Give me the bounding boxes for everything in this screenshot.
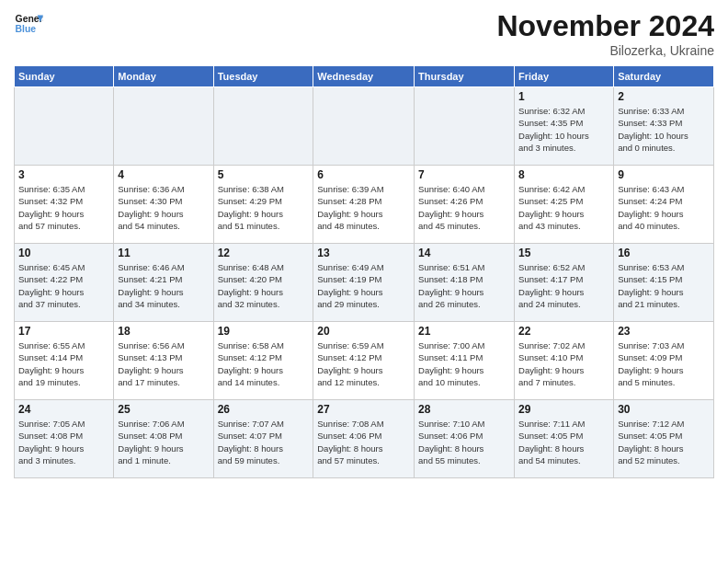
day-number: 14 (418, 247, 510, 259)
table-row: 12Sunrise: 6:48 AM Sunset: 4:20 PM Dayli… (213, 244, 313, 322)
table-row: 7Sunrise: 6:40 AM Sunset: 4:26 PM Daylig… (415, 166, 515, 244)
day-number: 27 (317, 403, 410, 416)
day-info: Sunrise: 7:11 AM Sunset: 4:05 PM Dayligh… (518, 418, 609, 466)
table-row: 2Sunrise: 6:33 AM Sunset: 4:33 PM Daylig… (614, 87, 714, 166)
day-number: 19 (218, 325, 310, 338)
day-number: 7 (418, 168, 510, 181)
table-row (114, 87, 213, 166)
page-container: General Blue November 2024 Bilozerka, Uk… (0, 0, 728, 488)
table-row: 10Sunrise: 6:45 AM Sunset: 4:22 PM Dayli… (15, 244, 114, 322)
day-number: 15 (518, 247, 609, 259)
table-row: 28Sunrise: 7:10 AM Sunset: 4:06 PM Dayli… (415, 400, 515, 478)
day-number: 21 (418, 325, 510, 338)
col-friday: Friday (515, 66, 614, 87)
day-number: 20 (317, 325, 410, 338)
day-number: 22 (518, 325, 609, 338)
day-number: 5 (218, 168, 310, 181)
day-info: Sunrise: 6:39 AM Sunset: 4:28 PM Dayligh… (317, 183, 410, 232)
calendar-week-row: 10Sunrise: 6:45 AM Sunset: 4:22 PM Dayli… (15, 244, 714, 322)
table-row: 26Sunrise: 7:07 AM Sunset: 4:07 PM Dayli… (213, 400, 313, 478)
day-info: Sunrise: 6:35 AM Sunset: 4:32 PM Dayligh… (18, 183, 109, 232)
table-row: 24Sunrise: 7:05 AM Sunset: 4:08 PM Dayli… (15, 400, 114, 478)
calendar-week-row: 1Sunrise: 6:32 AM Sunset: 4:35 PM Daylig… (15, 87, 714, 166)
day-info: Sunrise: 6:32 AM Sunset: 4:35 PM Dayligh… (518, 105, 609, 154)
day-number: 28 (418, 403, 510, 416)
day-number: 16 (618, 247, 710, 259)
day-info: Sunrise: 6:48 AM Sunset: 4:20 PM Dayligh… (218, 261, 310, 310)
day-info: Sunrise: 7:07 AM Sunset: 4:07 PM Dayligh… (218, 418, 310, 466)
day-number: 4 (118, 168, 209, 181)
table-row: 9Sunrise: 6:43 AM Sunset: 4:24 PM Daylig… (614, 166, 714, 244)
day-info: Sunrise: 6:55 AM Sunset: 4:14 PM Dayligh… (18, 339, 109, 388)
calendar-week-row: 3Sunrise: 6:35 AM Sunset: 4:32 PM Daylig… (15, 166, 714, 244)
table-row: 14Sunrise: 6:51 AM Sunset: 4:18 PM Dayli… (415, 244, 515, 322)
day-info: Sunrise: 7:10 AM Sunset: 4:06 PM Dayligh… (418, 418, 510, 466)
day-number: 13 (317, 247, 410, 259)
day-info: Sunrise: 6:59 AM Sunset: 4:12 PM Dayligh… (317, 339, 410, 388)
col-saturday: Saturday (614, 66, 714, 87)
table-row: 18Sunrise: 6:56 AM Sunset: 4:13 PM Dayli… (114, 322, 213, 400)
day-number: 25 (118, 403, 209, 416)
day-info: Sunrise: 6:38 AM Sunset: 4:29 PM Dayligh… (218, 183, 310, 232)
day-info: Sunrise: 7:12 AM Sunset: 4:05 PM Dayligh… (618, 418, 710, 466)
table-row: 20Sunrise: 6:59 AM Sunset: 4:12 PM Dayli… (313, 322, 415, 400)
table-row: 29Sunrise: 7:11 AM Sunset: 4:05 PM Dayli… (515, 400, 614, 478)
logo-icon: General Blue (14, 9, 43, 39)
day-number: 12 (218, 247, 310, 259)
table-row: 30Sunrise: 7:12 AM Sunset: 4:05 PM Dayli… (614, 400, 714, 478)
day-number: 17 (18, 325, 109, 338)
table-row: 15Sunrise: 6:52 AM Sunset: 4:17 PM Dayli… (515, 244, 614, 322)
month-title: November 2024 (496, 9, 714, 43)
day-number: 18 (118, 325, 209, 338)
day-info: Sunrise: 7:00 AM Sunset: 4:11 PM Dayligh… (418, 339, 510, 388)
table-row: 1Sunrise: 6:32 AM Sunset: 4:35 PM Daylig… (515, 87, 614, 166)
table-row: 21Sunrise: 7:00 AM Sunset: 4:11 PM Dayli… (415, 322, 515, 400)
table-row: 4Sunrise: 6:36 AM Sunset: 4:30 PM Daylig… (114, 166, 213, 244)
day-info: Sunrise: 6:53 AM Sunset: 4:15 PM Dayligh… (618, 261, 710, 310)
table-row: 8Sunrise: 6:42 AM Sunset: 4:25 PM Daylig… (515, 166, 614, 244)
col-wednesday: Wednesday (313, 66, 415, 87)
table-row: 3Sunrise: 6:35 AM Sunset: 4:32 PM Daylig… (15, 166, 114, 244)
table-row: 6Sunrise: 6:39 AM Sunset: 4:28 PM Daylig… (313, 166, 415, 244)
day-number: 26 (218, 403, 310, 416)
day-number: 23 (618, 325, 710, 338)
calendar-week-row: 24Sunrise: 7:05 AM Sunset: 4:08 PM Dayli… (15, 400, 714, 478)
day-info: Sunrise: 6:49 AM Sunset: 4:19 PM Dayligh… (317, 261, 410, 310)
col-monday: Monday (114, 66, 213, 87)
day-number: 1 (518, 90, 609, 103)
table-row: 16Sunrise: 6:53 AM Sunset: 4:15 PM Dayli… (614, 244, 714, 322)
table-row: 19Sunrise: 6:58 AM Sunset: 4:12 PM Dayli… (213, 322, 313, 400)
table-row (313, 87, 415, 166)
table-row (415, 87, 515, 166)
day-info: Sunrise: 6:45 AM Sunset: 4:22 PM Dayligh… (18, 261, 109, 310)
day-info: Sunrise: 7:06 AM Sunset: 4:08 PM Dayligh… (118, 418, 209, 466)
day-info: Sunrise: 6:58 AM Sunset: 4:12 PM Dayligh… (218, 339, 310, 388)
col-tuesday: Tuesday (213, 66, 313, 87)
table-row (213, 87, 313, 166)
table-row: 23Sunrise: 7:03 AM Sunset: 4:09 PM Dayli… (614, 322, 714, 400)
day-number: 3 (18, 168, 109, 181)
col-sunday: Sunday (15, 66, 114, 87)
day-info: Sunrise: 7:02 AM Sunset: 4:10 PM Dayligh… (518, 339, 609, 388)
table-row: 11Sunrise: 6:46 AM Sunset: 4:21 PM Dayli… (114, 244, 213, 322)
col-thursday: Thursday (415, 66, 515, 87)
day-info: Sunrise: 6:52 AM Sunset: 4:17 PM Dayligh… (518, 261, 609, 310)
day-info: Sunrise: 6:42 AM Sunset: 4:25 PM Dayligh… (518, 183, 609, 232)
table-row: 25Sunrise: 7:06 AM Sunset: 4:08 PM Dayli… (114, 400, 213, 478)
calendar-header-row: Sunday Monday Tuesday Wednesday Thursday… (15, 66, 714, 87)
day-info: Sunrise: 7:05 AM Sunset: 4:08 PM Dayligh… (18, 418, 109, 466)
day-info: Sunrise: 6:33 AM Sunset: 4:33 PM Dayligh… (618, 105, 710, 154)
subtitle: Bilozerka, Ukraine (496, 43, 714, 58)
table-row: 5Sunrise: 6:38 AM Sunset: 4:29 PM Daylig… (213, 166, 313, 244)
day-info: Sunrise: 7:08 AM Sunset: 4:06 PM Dayligh… (317, 418, 410, 466)
title-block: November 2024 Bilozerka, Ukraine (496, 9, 714, 58)
day-info: Sunrise: 6:40 AM Sunset: 4:26 PM Dayligh… (418, 183, 510, 232)
day-info: Sunrise: 6:46 AM Sunset: 4:21 PM Dayligh… (118, 261, 209, 310)
table-row: 27Sunrise: 7:08 AM Sunset: 4:06 PM Dayli… (313, 400, 415, 478)
day-number: 9 (618, 168, 710, 181)
calendar-table: Sunday Monday Tuesday Wednesday Thursday… (14, 65, 714, 478)
day-number: 29 (518, 403, 609, 416)
svg-text:Blue: Blue (16, 24, 37, 34)
day-number: 10 (18, 247, 109, 259)
day-info: Sunrise: 6:43 AM Sunset: 4:24 PM Dayligh… (618, 183, 710, 232)
